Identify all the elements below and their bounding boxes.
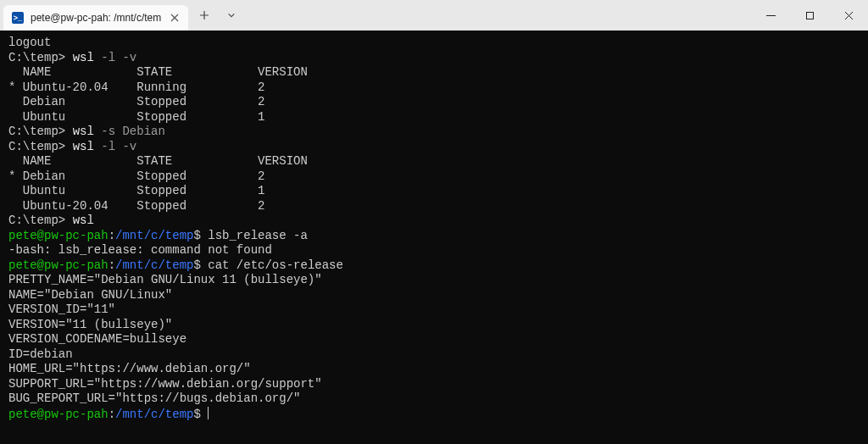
terminal-line: VERSION_CODENAME=bullseye [8,332,860,347]
terminal-line: Ubuntu Stopped 1 [8,184,860,199]
close-button[interactable] [829,0,868,31]
tab-label: pete@pw-pc-pah: /mnt/c/tem [31,12,161,24]
terminal-line: pete@pw-pc-pah:/mnt/c/temp$ cat /etc/os-… [8,258,860,274]
svg-rect-0 [806,12,813,19]
terminal-line: pete@pw-pc-pah:/mnt/c/temp$ lsb_release … [8,229,860,244]
terminal-line: NAME="Debian GNU/Linux" [8,288,860,303]
terminal-line: C:\temp> wsl -l -v [8,140,860,155]
terminal-line: * Ubuntu-20.04 Running 2 [8,80,860,96]
maximize-button[interactable] [790,0,829,31]
tab-close-button[interactable] [168,11,181,25]
terminal-line: VERSION="11 (bullseye)" [8,318,860,333]
titlebar: >_ pete@pw-pc-pah: /mnt/c/tem [0,0,868,31]
tab-dropdown-button[interactable] [219,3,244,28]
terminal-line: -bash: lsb_release: command not found [8,243,860,258]
terminal-pane[interactable]: logoutC:\temp> wsl -l -v NAME STATE VERS… [0,31,868,444]
terminal-line: BUG_REPORT_URL="https://bugs.debian.org/… [8,391,860,407]
terminal-line: HOME_URL="https://www.debian.org/" [8,362,860,377]
window-controls [751,0,868,31]
terminal-line: Ubuntu-20.04 Stopped 2 [8,199,860,214]
terminal-line: ID=debian [8,347,860,363]
terminal-line: Debian Stopped 2 [8,95,860,110]
terminal-line: * Debian Stopped 2 [8,169,860,185]
terminal-line: Ubuntu Stopped 1 [8,110,860,125]
terminal-line: C:\temp> wsl [8,214,860,229]
tab-actions [188,0,248,31]
terminal-tab[interactable]: >_ pete@pw-pc-pah: /mnt/c/tem [3,5,188,31]
terminal-line: C:\temp> wsl -l -v [8,51,860,66]
minimize-button[interactable] [751,0,790,31]
terminal-line: NAME STATE VERSION [8,154,860,169]
titlebar-drag-region[interactable] [248,0,751,31]
terminal-line: VERSION_ID="11" [8,302,860,318]
terminal-line: pete@pw-pc-pah:/mnt/c/temp$ [8,407,860,423]
terminal-line: SUPPORT_URL="https://www.debian.org/supp… [8,377,860,392]
terminal-line: logout [8,36,860,51]
tab-strip: >_ pete@pw-pc-pah: /mnt/c/tem [0,0,188,31]
terminal-line: NAME STATE VERSION [8,65,860,80]
terminal-line: C:\temp> wsl -s Debian [8,125,860,140]
new-tab-button[interactable] [192,3,217,28]
powershell-icon: >_ [12,12,24,24]
terminal-line: PRETTY_NAME="Debian GNU/Linux 11 (bullse… [8,273,860,288]
